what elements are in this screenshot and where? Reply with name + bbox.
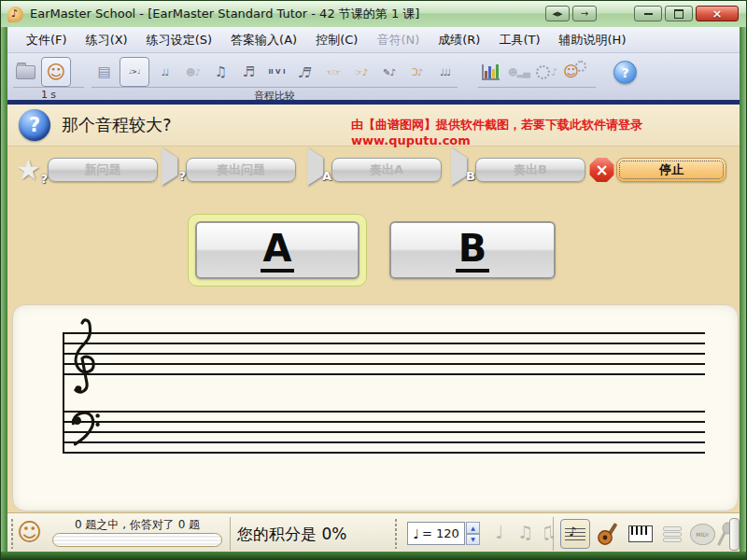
title-bar: ♪ EarMaster School - [EarMaster Standard…	[1, 1, 747, 28]
answer-a-button[interactable]: A	[195, 221, 359, 279]
chord-identification-button[interactable]: ♫	[208, 59, 233, 86]
logo-note-glyph: ♪	[11, 7, 18, 20]
clap-rhythm-button[interactable]: ☜☞	[320, 59, 345, 86]
progress-text: 0 题之中 , 你答对了 0 题	[49, 517, 226, 533]
bar-chart-icon	[482, 64, 500, 80]
menu-tools[interactable]: 工具(T)	[489, 27, 549, 52]
star-glyph: ★	[16, 153, 41, 186]
menu-help[interactable]: 辅助说明(H)	[550, 27, 636, 52]
window-frame-left	[1, 27, 7, 552]
toolbar-group-tutor: ☺ 1 s	[13, 57, 84, 101]
score-text: 您的积分是 0%	[237, 524, 346, 545]
menu-notes: 音符(N)	[367, 27, 429, 52]
music-staff-panel: {	[12, 304, 739, 511]
chord-progression-button[interactable]: II V I	[264, 59, 289, 86]
open-exercise-button[interactable]	[13, 59, 38, 86]
play-a-icon: A	[307, 158, 330, 182]
sing-intervals-button: ☻♪	[180, 59, 205, 86]
question-text: 那个音程较大?	[62, 114, 172, 136]
question-ball-icon: ?	[19, 109, 50, 141]
tempo-spinner: ▲ ▼	[466, 522, 480, 545]
new-question-button[interactable]: 新问题	[48, 158, 158, 182]
earmaster-window: ♪ EarMaster School - [EarMaster Standard…	[0, 0, 747, 560]
scale-compare-button[interactable]: ▤	[92, 59, 117, 86]
midi-label: MIDI	[696, 531, 708, 538]
rhythm-correction-button[interactable]: ♩♩♩	[432, 59, 458, 86]
answer-b-button[interactable]: B	[389, 221, 556, 279]
toolbar-group-stats: ☻▂▄ ♪ ☺	[478, 57, 596, 101]
stop-icon: ×	[589, 158, 614, 183]
piano-keyboard-icon	[628, 525, 653, 542]
note-value-eighth-rev-button: ♫	[542, 522, 557, 542]
mini-staff-note-glyph: ♪	[569, 525, 576, 539]
statusbar-grip	[10, 518, 14, 549]
mini-staff-icon: ♪	[565, 528, 585, 540]
chord-inversion-button[interactable]: ♬	[236, 59, 261, 86]
play-question-badge: ?	[178, 169, 186, 183]
note-value-quarter-button: ♩	[495, 522, 503, 542]
minimize-button[interactable]	[634, 6, 662, 21]
volume-slider[interactable]	[729, 518, 740, 551]
window-frame-right	[740, 27, 746, 552]
progress-bar	[52, 533, 222, 547]
interval-identification-button[interactable]: ♩♩	[152, 59, 177, 86]
toolbar-group1-label: 1 s	[13, 87, 84, 101]
help-button[interactable]: ?	[613, 61, 637, 84]
answer-b-label: B	[456, 228, 490, 273]
interval-comparison-button[interactable]: ♩>♩	[120, 57, 149, 87]
multiple-choice-input-button	[657, 519, 687, 549]
mdi-cycle-windows-button[interactable]: ◀▶	[545, 6, 570, 21]
tempo-display[interactable]: ♩ = 120	[407, 522, 465, 545]
tutor-mode-button[interactable]: ☺	[41, 57, 71, 87]
play-question-group: ? 奏出问题	[162, 154, 296, 186]
statistics-button[interactable]	[478, 59, 503, 86]
tempo-down-button[interactable]: ▼	[466, 534, 480, 546]
play-question-icon: ?	[162, 158, 184, 182]
strum-chord-button[interactable]: ♬	[289, 59, 320, 86]
play-a-button[interactable]: 奏出A	[331, 158, 442, 182]
play-question-button[interactable]: 奏出问题	[186, 158, 296, 182]
gear-icon	[536, 65, 550, 79]
guitar-icon	[597, 522, 621, 546]
menu-exercise-settings[interactable]: 练习设定(S)	[137, 27, 221, 52]
new-question-star-icon: ★?	[16, 155, 46, 185]
statusbar-grip	[394, 518, 398, 549]
maximize-button[interactable]	[665, 6, 693, 21]
toolbar-group-activities: ▤ ♩>♩ ♩♩ ☻♪ ♫ ♬ II V I ♬ ☜☞ ☞♪ ✎♪ Ɔ♪ ♩♩♩…	[92, 57, 458, 101]
watermark-text: 由【曲谱图网】提供软件截图，若要下载此软件请登录www.quputu.com	[351, 117, 740, 147]
window-frame-bottom	[1, 552, 746, 559]
menu-answer-input[interactable]: 答案输入(A)	[221, 27, 306, 52]
melodic-dictation-button[interactable]: Ɔ♪	[404, 59, 430, 86]
question-bar: ? 那个音程较大? 由【曲谱图网】提供软件截图，若要下载此软件请登录www.qu…	[7, 105, 740, 147]
guitar-input-button[interactable]	[594, 519, 624, 549]
menu-file[interactable]: 文件(F)	[17, 27, 77, 52]
answer-a-label: A	[261, 228, 295, 273]
mdi-detach-button[interactable]: →	[572, 6, 597, 21]
stop-button[interactable]: 停止	[616, 158, 726, 182]
play-b-button[interactable]: 奏出B	[475, 158, 585, 182]
staff-input-button[interactable]: ♪	[560, 519, 590, 549]
menu-exercise[interactable]: 练习(X)	[77, 27, 137, 52]
window-title: EarMaster School - [EarMaster Standard T…	[30, 6, 419, 22]
play-b-group: B 奏出B	[451, 154, 585, 186]
piano-input-button[interactable]	[626, 519, 655, 549]
user-statistics-button: ☻▂▄	[506, 59, 531, 86]
toolbar: ☺ 1 s ▤ ♩>♩ ♩♩ ☻♪ ♫ ♬ II V I ♬ ☜☞ ☞♪ ✎♪ …	[2, 53, 745, 100]
bass-clef-icon	[71, 408, 101, 447]
stop-group: × 停止	[589, 154, 726, 186]
menu-results[interactable]: 成绩(R)	[429, 27, 489, 52]
play-a-badge: A	[322, 169, 331, 183]
tutor-settings-gear-icon	[575, 61, 586, 72]
tempo-up-button[interactable]: ▲	[466, 522, 480, 534]
close-button[interactable]: ×	[696, 6, 739, 21]
menu-control[interactable]: 控制(C)	[306, 27, 367, 52]
new-question-group: ★? 新问题	[16, 154, 158, 186]
maximize-icon	[674, 9, 684, 19]
rhythm-imitation-button[interactable]: ☞♪	[348, 59, 374, 86]
tempo-value: = 120	[422, 526, 459, 540]
play-b-icon: B	[451, 158, 473, 182]
rhythm-dictation-button[interactable]: ✎♪	[376, 59, 402, 86]
treble-staff-lines	[63, 332, 705, 375]
toolbar-group2-label: 音程比较	[92, 87, 458, 101]
tutor-settings-button[interactable]: ☺	[562, 59, 587, 86]
